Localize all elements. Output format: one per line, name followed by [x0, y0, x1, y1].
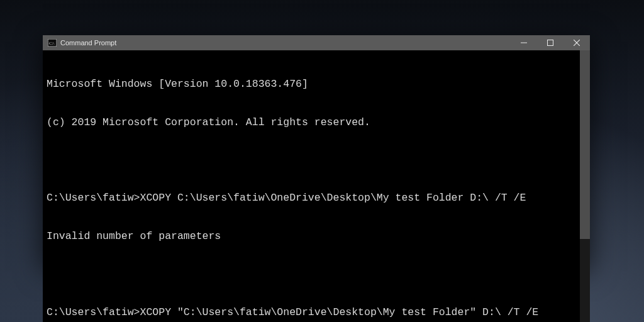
command-prompt-window: C:\ Command Prompt Microsoft Windows [Ve…	[43, 35, 590, 265]
terminal-line: C:\Users\fatiw>XCOPY C:\Users\fatiw\OneD…	[47, 192, 576, 204]
window-title: Command Prompt	[60, 39, 116, 47]
terminal-line: Invalid number of parameters	[47, 230, 576, 243]
scrollbar-thumb[interactable]	[580, 50, 590, 239]
cmd-icon: C:\	[48, 39, 57, 47]
terminal-output[interactable]: Microsoft Windows [Version 10.0.18363.47…	[43, 50, 580, 322]
svg-text:C:\: C:\	[49, 41, 55, 46]
terminal-blank-line	[47, 154, 576, 167]
terminal-line: (c) 2019 Microsoft Corporation. All righ…	[47, 116, 576, 129]
close-button[interactable]	[564, 35, 590, 50]
minimize-button[interactable]	[511, 35, 537, 50]
titlebar[interactable]: C:\ Command Prompt	[43, 35, 590, 50]
terminal-line: Microsoft Windows [Version 10.0.18363.47…	[47, 78, 576, 91]
terminal-line: C:\Users\fatiw>XCOPY "C:\Users\fatiw\One…	[47, 306, 576, 319]
terminal-blank-line	[47, 268, 576, 280]
desktop-background: C:\ Command Prompt Microsoft Windows [Ve…	[0, 0, 644, 322]
svg-rect-3	[548, 40, 553, 46]
maximize-button[interactable]	[537, 35, 564, 50]
terminal-area: Microsoft Windows [Version 10.0.18363.47…	[43, 50, 590, 322]
vertical-scrollbar[interactable]	[580, 50, 590, 322]
